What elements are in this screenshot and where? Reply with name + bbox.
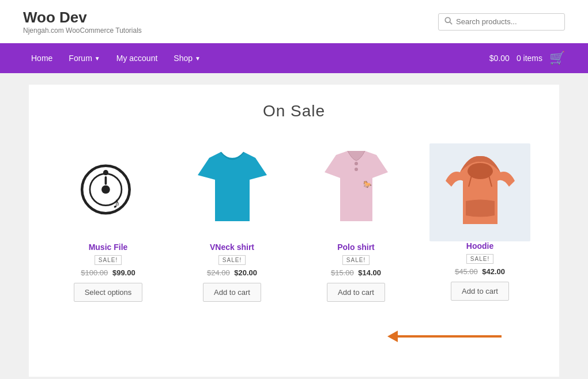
price-new-hoodie: $42.00: [482, 267, 505, 276]
scroll-arrow: [387, 331, 502, 342]
chevron-down-icon: ▼: [195, 55, 201, 62]
product-card-music-file: ♪ Music File SALE! $100.00 $99.00 Select…: [52, 138, 164, 308]
svg-text:🐎: 🐎: [363, 180, 372, 188]
product-card-hoodie: Hoodie SALE! $45.00 $42.00 Add to cart: [424, 138, 536, 306]
product-title-hoodie[interactable]: Hoodie: [466, 241, 493, 251]
price-old-music-file: $100.00: [81, 268, 108, 277]
svg-line-1: [450, 22, 452, 24]
site-header: Woo Dev Njengah.com WooCommerce Tutorial…: [0, 0, 588, 43]
product-card-vneck-shirt: VNeck shirt SALE! $24.00 $20.00 Add to c…: [176, 138, 288, 308]
nav-item-shop[interactable]: Shop ▼: [165, 43, 209, 73]
product-image-vneck-shirt: [182, 143, 282, 236]
product-title-vneck-shirt[interactable]: VNeck shirt: [210, 242, 254, 252]
sale-badge-polo-shirt: SALE!: [342, 255, 370, 265]
site-branding: Woo Dev Njengah.com WooCommerce Tutorial…: [23, 9, 142, 35]
arrow-shaft: [398, 335, 502, 338]
site-nav: Home Forum ▼ My account Shop ▼ $0.00 0 i…: [0, 43, 588, 73]
product-image-music-file: ♪: [58, 143, 159, 236]
cart-icon[interactable]: 🛒: [549, 51, 565, 66]
svg-rect-6: [104, 176, 107, 185]
add-to-cart-button-polo-shirt[interactable]: Add to cart: [327, 283, 385, 302]
price-wrap-hoodie: $45.00 $42.00: [455, 267, 505, 276]
search-icon: [444, 17, 453, 27]
search-input[interactable]: [456, 17, 559, 26]
sale-badge-vneck-shirt: SALE!: [218, 255, 246, 265]
price-old-polo-shirt: $15.00: [331, 268, 354, 277]
arrow-head-icon: [387, 331, 398, 342]
site-tagline: Njengah.com WooCommerce Tutorials: [23, 26, 142, 35]
add-to-cart-button-hoodie[interactable]: Add to cart: [451, 282, 509, 301]
price-new-vneck-shirt: $20.00: [234, 268, 257, 277]
price-wrap-polo-shirt: $15.00 $14.00: [331, 268, 381, 277]
nav-right: $0.00 0 items 🛒: [489, 51, 565, 66]
cart-total: $0.00: [489, 54, 510, 63]
sale-badge-music-file: SALE!: [95, 255, 122, 265]
chevron-down-icon: ▼: [95, 55, 100, 62]
scroll-hint: [52, 331, 536, 342]
price-wrap-music-file: $100.00 $99.00: [81, 268, 135, 277]
price-new-music-file: $99.00: [112, 268, 135, 277]
nav-item-forum[interactable]: Forum ▼: [61, 43, 108, 73]
nav-item-myaccount[interactable]: My account: [108, 43, 166, 73]
add-to-cart-button-vneck-shirt[interactable]: Add to cart: [203, 283, 261, 302]
section-title: On Sale: [52, 102, 536, 120]
product-title-polo-shirt[interactable]: Polo shirt: [337, 242, 375, 252]
nav-item-home[interactable]: Home: [23, 43, 61, 73]
price-wrap-vneck-shirt: $24.00 $20.00: [207, 268, 257, 277]
site-title: Woo Dev: [23, 9, 142, 26]
product-image-polo-shirt: 🐎: [306, 143, 406, 236]
nav-left: Home Forum ▼ My account Shop ▼: [23, 43, 209, 73]
price-new-polo-shirt: $14.00: [358, 268, 381, 277]
svg-text:♪: ♪: [112, 195, 120, 211]
sale-badge-hoodie: SALE!: [466, 254, 493, 264]
select-options-button-music-file[interactable]: Select options: [74, 283, 143, 302]
svg-point-9: [355, 162, 358, 165]
products-grid: ♪ Music File SALE! $100.00 $99.00 Select…: [52, 138, 536, 308]
search-form[interactable]: [438, 13, 565, 31]
svg-point-10: [355, 168, 358, 171]
svg-point-0: [445, 17, 450, 22]
product-title-music-file[interactable]: Music File: [89, 242, 128, 252]
svg-point-7: [104, 187, 107, 189]
main-content: On Sale ♪ Music File SALE! $: [29, 85, 559, 377]
price-old-vneck-shirt: $24.00: [207, 268, 230, 277]
svg-point-5: [103, 170, 108, 175]
price-old-hoodie: $45.00: [455, 267, 478, 276]
product-image-hoodie: [429, 143, 530, 241]
cart-items-count: 0 items: [517, 54, 542, 63]
product-card-polo-shirt: 🐎 Polo shirt SALE! $15.00 $14.00 Add to …: [300, 138, 412, 308]
